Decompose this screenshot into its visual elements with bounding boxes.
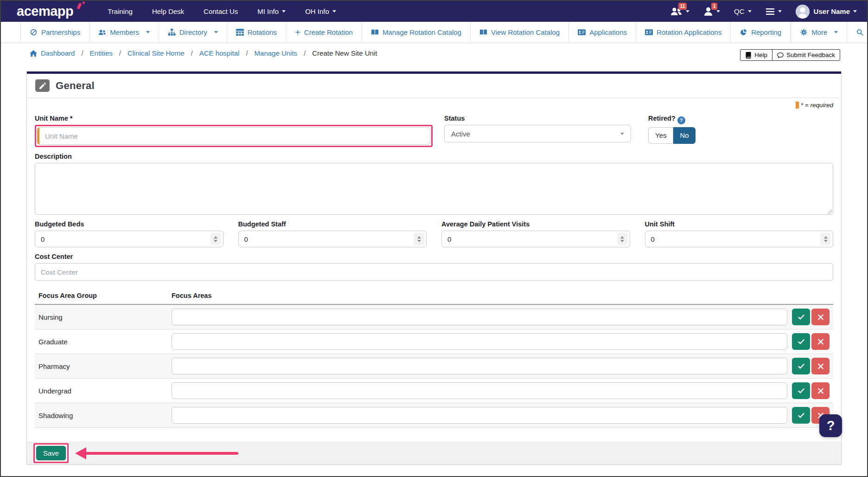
subnav-item-label: Applications: [589, 28, 627, 36]
breadcrumb-item-label: Create New Site Unit: [312, 49, 377, 57]
confirm-button[interactable]: [792, 407, 810, 424]
number-stepper[interactable]: [820, 233, 831, 245]
breadcrumb-item-label: ACE hospital: [199, 49, 240, 57]
topnav-item-label: MI Info: [257, 7, 279, 15]
subnav-item-manage-rotation-catalog[interactable]: Manage Rotation Catalog: [362, 22, 471, 43]
focus-areas-input-undergrad[interactable]: [172, 382, 787, 399]
retired-no-button[interactable]: No: [673, 127, 695, 144]
partner-notifications-button[interactable]: 11: [670, 7, 689, 16]
stepper-down-icon[interactable]: [824, 240, 828, 242]
subnav-item-create-rotation[interactable]: +Create Rotation: [286, 22, 362, 43]
stepper-up-icon[interactable]: [824, 236, 828, 238]
id-card-icon: [578, 29, 586, 36]
breadcrumb-item-create-new-site-unit: Create New Site Unit: [312, 49, 377, 57]
breadcrumb-item-ace-hospital[interactable]: ACE hospital: [199, 49, 240, 57]
help-question-icon[interactable]: ?: [677, 116, 685, 124]
book-icon: [745, 52, 752, 58]
save-button[interactable]: Save: [36, 446, 66, 460]
topnav-item-mi-info[interactable]: MI Info: [257, 7, 286, 15]
subnav-item-label: Members: [110, 28, 139, 36]
pie-icon: [740, 29, 747, 36]
topnav-item-training[interactable]: Training: [108, 7, 133, 15]
breadcrumb-separator: /: [119, 49, 121, 57]
submit-feedback-button[interactable]: Submit Feedback: [772, 49, 840, 61]
subnav-item-partnerships[interactable]: Partnerships: [20, 22, 89, 43]
page: { "top_nav": { "logo_text": "acemapp", "…: [0, 0, 868, 477]
stepper-down-icon[interactable]: [620, 240, 624, 242]
profile-notifications-button[interactable]: 1: [703, 7, 720, 16]
budgeted-staff-input[interactable]: [238, 231, 427, 247]
arrow-head-icon: [75, 447, 86, 459]
id-card-icon: [645, 29, 653, 36]
acemapp-logo-text: acemapp: [17, 4, 73, 19]
subnav-item-more[interactable]: More: [791, 22, 847, 43]
focus-areas-input-shadowing[interactable]: [172, 407, 787, 424]
qc-menu-button[interactable]: QC: [734, 7, 752, 15]
remove-button[interactable]: [811, 309, 830, 325]
focus-area-row-undergrad: Undergrad: [35, 379, 833, 403]
unit-shift-input[interactable]: [645, 231, 834, 247]
retired-yes-button[interactable]: Yes: [648, 127, 673, 144]
status-select[interactable]: Active: [444, 125, 631, 142]
stepper-up-icon[interactable]: [620, 236, 624, 238]
average-daily-patient-visits-input[interactable]: [441, 231, 630, 247]
number-stepper[interactable]: [617, 233, 628, 245]
focus-area-row-shadowing: Shadowing: [35, 403, 833, 428]
confirm-button[interactable]: [792, 309, 810, 325]
subnav-item-view-rotation-catalog[interactable]: View Rotation Catalog: [471, 22, 569, 43]
required-note: * = required: [35, 102, 833, 111]
card-header: General: [27, 74, 841, 98]
focus-areas-input-nursing[interactable]: [172, 309, 787, 325]
confirm-button[interactable]: [792, 382, 810, 399]
breadcrumb-item-entities[interactable]: Entities: [90, 49, 113, 57]
general-card: General * = required Unit Name * Status …: [26, 71, 842, 464]
subnav-item-directory[interactable]: Directory: [159, 22, 227, 43]
cost-center-input[interactable]: [35, 263, 833, 281]
subnav-item-search[interactable]: Search: [847, 22, 868, 43]
focus-areas-input-graduate[interactable]: [172, 333, 787, 350]
number-stepper[interactable]: [211, 233, 221, 245]
chevron-down-icon: [778, 10, 782, 13]
acemapp-logo[interactable]: acemapp: [17, 5, 80, 18]
subnav-item-label: More: [811, 28, 827, 36]
remove-button[interactable]: [811, 333, 830, 350]
breadcrumb-item-manage-units[interactable]: Manage Units: [255, 49, 298, 57]
budgeted-beds-input[interactable]: [35, 231, 223, 247]
unit-name-field: Unit Name *: [35, 115, 433, 147]
main-menu-button[interactable]: [766, 8, 782, 15]
number-stepper[interactable]: [414, 233, 424, 245]
subnav-item-applications[interactable]: Applications: [569, 22, 636, 43]
stepper-down-icon[interactable]: [214, 240, 217, 242]
confirm-button[interactable]: [792, 358, 810, 374]
focus-area-group-label: Shadowing: [38, 412, 172, 419]
user-menu-button[interactable]: User Name: [796, 5, 857, 19]
breadcrumb: Dashboard/Entities/Clinical Site Home/AC…: [30, 49, 377, 57]
focus-area-group-label: Nursing: [38, 313, 172, 321]
stepper-up-icon[interactable]: [417, 236, 421, 238]
remove-button[interactable]: [811, 382, 830, 399]
breadcrumb-item-clinical-site-home[interactable]: Clinical Site Home: [128, 49, 185, 57]
topnav-item-oh-info[interactable]: OH Info: [305, 7, 336, 15]
focus-areas-input-pharmacy[interactable]: [172, 358, 787, 374]
breadcrumb-item-dashboard[interactable]: Dashboard: [30, 49, 75, 57]
focus-area-group-label: Pharmacy: [38, 362, 172, 370]
unit-name-input[interactable]: [37, 127, 430, 145]
confirm-button[interactable]: [792, 333, 810, 350]
stepper-up-icon[interactable]: [214, 236, 217, 238]
chevron-down-icon: [834, 31, 838, 33]
stepper-down-icon[interactable]: [417, 240, 421, 242]
topnav-item-help-desk[interactable]: Help Desk: [152, 7, 184, 15]
budgeted-beds-field: Budgeted Beds: [35, 220, 223, 247]
remove-button[interactable]: [811, 358, 830, 374]
floating-help-button[interactable]: ?: [819, 414, 842, 437]
topnav-item-label: Training: [108, 7, 133, 15]
chevron-down-icon: [146, 31, 150, 33]
description-textarea[interactable]: [35, 163, 833, 215]
help-button[interactable]: Help: [740, 49, 772, 61]
subnav-item-reporting[interactable]: Reporting: [731, 22, 791, 43]
topnav-item-contact-us[interactable]: Contact Us: [204, 7, 238, 15]
subnav-item-rotation-applications[interactable]: Rotation Applications: [636, 22, 731, 43]
subnav-item-members[interactable]: Members: [89, 22, 159, 43]
card-footer: Save: [27, 442, 841, 464]
subnav-item-rotations[interactable]: Rotations: [227, 22, 286, 43]
